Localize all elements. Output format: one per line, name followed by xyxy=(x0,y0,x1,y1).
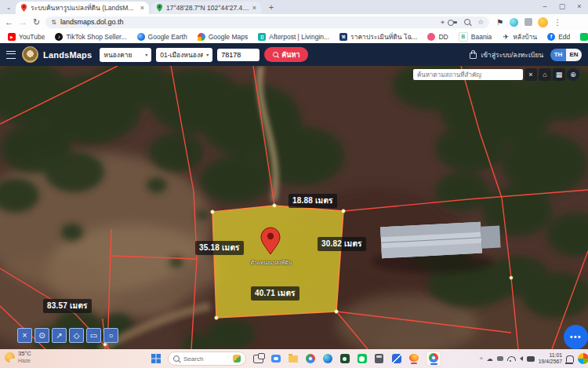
login-area[interactable]: เข้าสู่ระบบ/ลงทะเบียน TH EN xyxy=(470,49,582,61)
search-highlight-icon xyxy=(233,355,241,363)
home-parcel-icon[interactable]: ⌂ xyxy=(539,68,551,81)
taskbar-search[interactable]: Search xyxy=(168,352,246,366)
password-key-icon[interactable] xyxy=(452,21,457,24)
clear-search-icon[interactable]: × xyxy=(524,68,537,81)
firefox-app-button[interactable] xyxy=(408,354,419,364)
grid-view-icon[interactable]: ▦ xyxy=(553,68,565,81)
district-select[interactable]: 01-เมืองหนองคาย ▾ xyxy=(156,48,212,62)
active-browser-button[interactable] xyxy=(426,351,441,366)
tab-search-button[interactable]: ⌄ xyxy=(3,2,14,13)
layers-globe-icon[interactable]: ⊕ xyxy=(567,68,579,81)
tool-clear-icon[interactable]: × xyxy=(17,328,32,343)
afterpost-icon: [] xyxy=(258,33,266,41)
bookmark-star-icon[interactable]: ☆ xyxy=(477,18,484,26)
omnibox-icons: ⌖ ☆ xyxy=(441,18,484,27)
bookmark-label: Baania xyxy=(471,33,492,41)
deed-number-input[interactable] xyxy=(217,49,260,61)
extension-flag-icon[interactable]: ⚑ xyxy=(496,18,503,27)
line-green-icon xyxy=(580,33,588,41)
file-explorer-button[interactable] xyxy=(288,354,298,364)
tool-marker-icon[interactable]: ⊙ xyxy=(34,328,49,343)
camera-active-icon[interactable] xyxy=(527,356,535,362)
profile-avatar[interactable] xyxy=(538,17,548,27)
address-bar[interactable]: ⇅ landsmaps.dol.go.th ⌖ ☆ xyxy=(45,16,489,28)
bookmark-langban[interactable]: ✈หลังบ้าน xyxy=(502,31,537,42)
tray-expand-icon[interactable]: ^ xyxy=(480,355,483,363)
tab-close-icon[interactable]: × xyxy=(140,4,144,12)
lang-th-button[interactable]: TH xyxy=(550,49,566,61)
lang-en-button[interactable]: EN xyxy=(566,49,582,61)
tab-landsmaps[interactable]: ระบบค้นหารูปแปลงที่ดิน (LandsM... × xyxy=(16,2,149,14)
bookmark-tiktok[interactable]: ♪TikTok Shop Seller... xyxy=(55,33,126,41)
bookmark-youtube[interactable]: ▶YouTube xyxy=(8,33,45,41)
reload-button[interactable]: ↻ xyxy=(33,17,40,27)
tab-coordinates[interactable]: 17°48'28.7"N 102°44'27.4"E - ... × xyxy=(151,2,261,14)
browser-menu-icon[interactable]: ⋮ xyxy=(554,18,561,27)
calculator-app-button[interactable] xyxy=(374,354,384,364)
chat-button[interactable] xyxy=(270,354,281,364)
date: 19/4/2567 xyxy=(539,359,562,365)
pin-caption: ตำแหน่งแปลงที่ดิน xyxy=(232,259,310,267)
task-view-button[interactable] xyxy=(253,354,263,364)
notifications-bell-icon[interactable] xyxy=(566,355,574,363)
bookmark-label: YouTube xyxy=(19,33,45,41)
search-button[interactable]: ค้นหา xyxy=(264,47,308,62)
extensions-puzzle-icon[interactable] xyxy=(524,18,532,26)
plane-icon: ✈ xyxy=(502,33,510,41)
bookmark-label: Edd xyxy=(558,33,570,41)
map-search-input[interactable] xyxy=(413,69,523,80)
chrome-app-button[interactable] xyxy=(305,354,315,364)
camera-app-button[interactable] xyxy=(339,354,350,364)
extension-teal-icon[interactable] xyxy=(510,18,518,27)
onedrive-cloud-icon[interactable]: ☁ xyxy=(487,355,493,363)
start-button[interactable] xyxy=(151,354,161,364)
dd-icon xyxy=(427,33,435,41)
line-app-button[interactable] xyxy=(357,354,367,364)
blue-app-button[interactable] xyxy=(391,354,401,364)
measurement-label-left: 35.18 เมตร xyxy=(195,241,244,255)
new-tab-button[interactable]: + xyxy=(266,2,277,13)
province-select[interactable]: หนองคาย ▾ xyxy=(100,48,151,62)
display-icon[interactable] xyxy=(497,356,503,361)
edge-app-button[interactable] xyxy=(322,354,332,364)
windows-taskbar: 35°C Haze Search xyxy=(0,349,588,368)
bookmark-edd[interactable]: fEdd xyxy=(547,33,570,41)
hamburger-menu-icon[interactable] xyxy=(6,51,16,59)
login-label: เข้าสู่ระบบ/ลงทะเบียน xyxy=(481,49,543,60)
bookmark-google-earth[interactable]: Google Earth xyxy=(137,33,187,41)
lens-search-icon[interactable] xyxy=(464,19,470,25)
site-info-icon[interactable]: ⇅ xyxy=(51,19,56,26)
tool-polygon-icon[interactable]: ◇ xyxy=(69,328,84,343)
wifi-icon[interactable] xyxy=(507,356,516,361)
screen: ⌄ ระบบค้นหารูปแปลงที่ดิน (LandsM... × 17… xyxy=(0,0,588,368)
bookmark-baania[interactable]: BBaania xyxy=(459,32,492,42)
bookmark-google-maps[interactable]: Google Maps xyxy=(198,33,249,41)
weather-widget[interactable]: 35°C Haze xyxy=(5,351,31,363)
tab-close-icon[interactable]: × xyxy=(252,4,256,12)
running-indicator xyxy=(411,363,417,364)
tool-line-icon[interactable]: ↗ xyxy=(52,328,67,343)
map-more-fab[interactable]: ••• xyxy=(564,325,588,349)
back-button[interactable]: ← xyxy=(5,17,13,27)
landsmaps-navbar: LandsMaps หนองคาย ▾ 01-เมืองหนองคาย ▾ ค้… xyxy=(0,43,588,66)
lock-icon xyxy=(470,53,477,59)
copilot-icon[interactable] xyxy=(578,353,588,364)
volume-icon[interactable] xyxy=(520,356,523,361)
forward-button[interactable]: → xyxy=(19,17,27,27)
bookmark-dd[interactable]: DD xyxy=(427,33,448,41)
language-toggle: TH EN xyxy=(550,49,582,61)
bookmark-afterpost[interactable]: []Afterpost | Livingin... xyxy=(258,33,329,41)
tool-circle-icon[interactable]: ○ xyxy=(103,328,118,343)
location-icon[interactable]: ⌖ xyxy=(441,18,445,27)
close-button[interactable]: × xyxy=(571,0,588,13)
taskbar-clock[interactable]: 11:01 19/4/2567 xyxy=(539,352,562,365)
minimize-button[interactable]: – xyxy=(536,0,554,13)
tool-rectangle-icon[interactable]: ▭ xyxy=(86,328,101,343)
tab-title: ระบบค้นหารูปแปลงที่ดิน (LandsM... xyxy=(31,2,137,13)
measurement-label-bottom: 40.71 เมตร xyxy=(251,286,299,301)
calculator-icon xyxy=(375,354,383,363)
bookmark-land-sale[interactable]: ตามหาขายที่ดิน xyxy=(580,31,588,42)
satellite-map[interactable]: 18.88 เมตร 35.18 เมตร 30.82 เมตร 40.71 เ… xyxy=(0,66,588,349)
maximize-button[interactable]: ▢ xyxy=(554,0,571,13)
bookmark-land-price[interactable]: ทราคาประเมินที่ดิน โฉ... xyxy=(339,31,417,42)
